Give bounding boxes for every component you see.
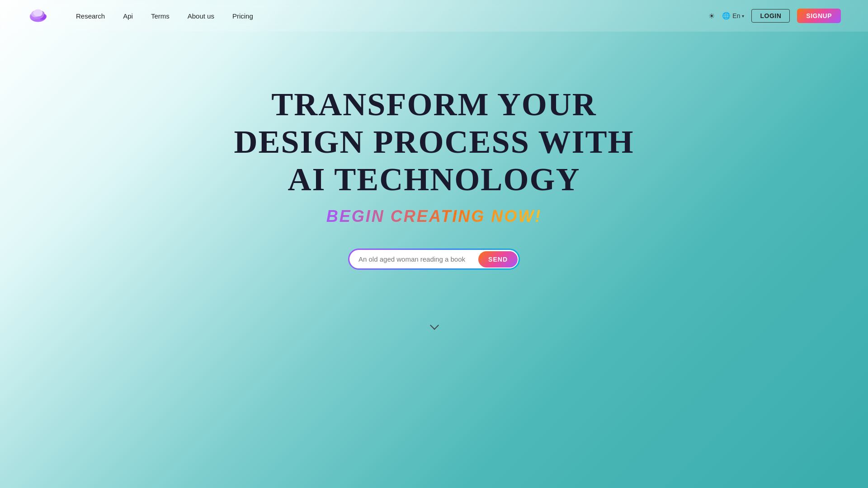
prompt-input[interactable] xyxy=(349,250,477,268)
globe-icon: 🌐 xyxy=(722,12,731,20)
nav-api[interactable]: Api xyxy=(123,12,133,20)
nav-research[interactable]: Research xyxy=(76,12,105,20)
nav-about[interactable]: About us xyxy=(188,12,214,20)
nav-right: ☀ 🌐 En ▾ LOGIN SIGNUP xyxy=(708,9,841,23)
search-container: SEND xyxy=(348,249,520,270)
language-label: En xyxy=(732,12,740,19)
nav-pricing[interactable]: Pricing xyxy=(232,12,253,20)
scroll-indicator[interactable] xyxy=(429,324,439,329)
chevron-down-icon xyxy=(429,324,439,329)
nav-terms[interactable]: Terms xyxy=(151,12,170,20)
search-input-wrapper: SEND xyxy=(348,249,520,270)
hero-title: Transform your design process with AI te… xyxy=(231,86,637,198)
svg-point-6 xyxy=(33,9,43,17)
language-selector[interactable]: 🌐 En ▾ xyxy=(722,12,744,20)
navbar: Research Api Terms About us Pricing ☀ 🌐 … xyxy=(0,0,868,32)
send-button[interactable]: SEND xyxy=(478,251,518,267)
logo-icon xyxy=(27,7,49,25)
nav-links: Research Api Terms About us Pricing xyxy=(76,12,708,20)
lang-chevron-icon: ▾ xyxy=(742,14,744,19)
hero-section: Transform your design process with AI te… xyxy=(0,32,868,329)
login-button[interactable]: LOGIN xyxy=(751,9,790,23)
search-input-inner: SEND xyxy=(349,250,519,268)
signup-button[interactable]: SIGNUP xyxy=(797,9,841,23)
hero-subtitle: Begin creating now! xyxy=(326,207,542,226)
logo-area[interactable] xyxy=(27,7,49,25)
theme-toggle-icon[interactable]: ☀ xyxy=(708,12,715,20)
